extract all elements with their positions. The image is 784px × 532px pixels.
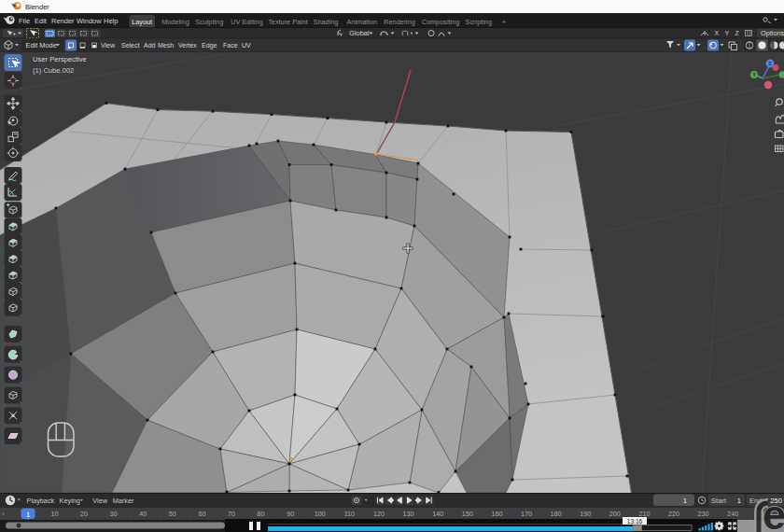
- svg-text:Playback: Playback: [27, 497, 55, 505]
- svg-text:30: 30: [110, 510, 118, 518]
- svg-text:Global: Global: [349, 29, 370, 37]
- svg-text:100: 100: [315, 510, 326, 518]
- svg-text:Add: Add: [144, 42, 156, 49]
- svg-text:160: 160: [491, 510, 502, 518]
- svg-text:Sculpting: Sculpting: [195, 18, 223, 26]
- svg-text:Z: Z: [735, 30, 740, 36]
- svg-text:Render: Render: [51, 17, 75, 25]
- svg-text:Window: Window: [77, 17, 102, 25]
- svg-text:130: 130: [403, 510, 414, 518]
- svg-text:Texture Paint: Texture Paint: [268, 18, 308, 26]
- svg-text:UV: UV: [242, 42, 251, 49]
- svg-text:180: 180: [551, 510, 562, 518]
- svg-text:13:16: 13:16: [627, 518, 643, 525]
- svg-text:Edit: Edit: [35, 17, 48, 25]
- svg-text:Mesh: Mesh: [158, 42, 174, 49]
- svg-text:Keying: Keying: [60, 497, 80, 505]
- svg-text:Rendering: Rendering: [384, 18, 415, 26]
- svg-text:Y: Y: [752, 72, 756, 77]
- svg-text:170: 170: [521, 510, 532, 518]
- svg-text:10: 10: [50, 510, 58, 518]
- svg-text:Edit Mode: Edit Mode: [26, 41, 57, 49]
- svg-text:Face: Face: [223, 42, 238, 49]
- svg-text:20: 20: [80, 510, 88, 518]
- svg-text:60: 60: [198, 510, 205, 518]
- svg-text:Animation: Animation: [347, 18, 377, 26]
- svg-text:Edge: Edge: [202, 42, 217, 49]
- svg-text:1: 1: [683, 497, 687, 505]
- svg-text:1: 1: [26, 511, 30, 519]
- svg-text:150: 150: [462, 510, 473, 518]
- svg-text:230: 230: [698, 510, 709, 518]
- svg-text:Modeling: Modeling: [161, 18, 189, 26]
- svg-text:+: +: [502, 18, 507, 26]
- svg-text:e: e: [763, 493, 784, 532]
- svg-text:Marker: Marker: [113, 497, 134, 505]
- svg-text:Start: Start: [711, 497, 727, 505]
- svg-text:120: 120: [373, 510, 385, 518]
- svg-text:200: 200: [609, 510, 621, 518]
- svg-text:140: 140: [432, 510, 443, 518]
- svg-text:Select: Select: [121, 42, 140, 49]
- svg-text:190: 190: [580, 510, 591, 518]
- svg-text:›: ›: [2, 510, 5, 518]
- svg-text:Blender: Blender: [25, 3, 49, 11]
- svg-text:110: 110: [344, 510, 355, 518]
- svg-text:Shading: Shading: [314, 18, 339, 26]
- svg-text:Layout: Layout: [132, 18, 152, 26]
- svg-text:File: File: [19, 17, 30, 25]
- svg-text:Compositing: Compositing: [422, 18, 460, 26]
- svg-text:User Perspective: User Perspective: [33, 55, 87, 63]
- svg-text:Scripting: Scripting: [466, 18, 492, 26]
- svg-text:210: 210: [638, 510, 650, 518]
- svg-text:40: 40: [139, 510, 147, 518]
- svg-text:View: View: [101, 42, 116, 49]
- svg-text:X: X: [715, 30, 720, 36]
- svg-text:220: 220: [668, 510, 679, 518]
- svg-text:1: 1: [737, 497, 741, 505]
- svg-text:70: 70: [228, 510, 235, 518]
- svg-text:50: 50: [169, 510, 176, 518]
- svg-text:Options: Options: [761, 29, 784, 37]
- svg-text:UV Editing: UV Editing: [231, 18, 262, 26]
- svg-text:240: 240: [727, 510, 738, 518]
- svg-text:Help: Help: [104, 17, 118, 25]
- svg-text:80: 80: [258, 510, 265, 518]
- svg-text:Y: Y: [725, 30, 730, 36]
- svg-text:Vertex: Vertex: [178, 42, 197, 49]
- svg-text:View: View: [92, 497, 107, 505]
- svg-text:90: 90: [287, 510, 294, 518]
- svg-text:(1) Cube.002: (1) Cube.002: [33, 66, 74, 75]
